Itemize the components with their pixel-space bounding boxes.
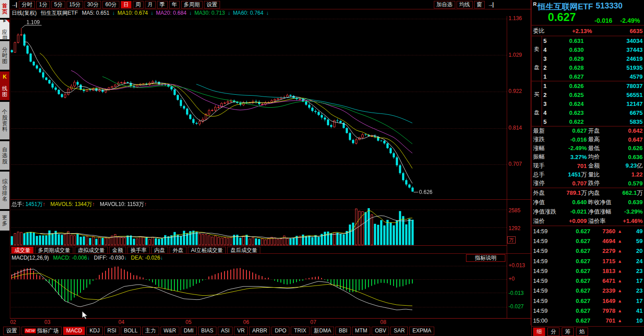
period-tab-多周期[interactable]: 多周期 bbox=[181, 1, 203, 8]
sidebar-item-个股资料[interactable]: 个股资料 bbox=[0, 102, 9, 139]
indicator-help-button[interactable]: 指标说明 bbox=[466, 254, 505, 262]
indicator-tab-EXPMA[interactable]: EXPMA bbox=[409, 327, 434, 335]
bid-row: 20.62556551 bbox=[542, 90, 644, 99]
last-price: 0.627 bbox=[548, 11, 576, 24]
price-axis-label: 0.707 bbox=[508, 161, 522, 167]
trade-up-arrow-icon: ▲ bbox=[615, 229, 622, 234]
period-tab-周[interactable]: 周 bbox=[133, 1, 144, 8]
indicator-tab-MACD[interactable]: MACD bbox=[63, 327, 85, 335]
period-tab-15分[interactable]: 15分 bbox=[67, 1, 83, 8]
price-axis-label: 0.814 bbox=[508, 125, 522, 131]
indicator-tab-新DMA[interactable]: 新DMA bbox=[311, 327, 335, 335]
price-change: -0.016 bbox=[587, 17, 612, 24]
stat-row: 涨幅-2.49%最低0.626 bbox=[532, 144, 644, 153]
volume-tab-盘后成交量[interactable]: 盘后成交量 bbox=[227, 247, 260, 254]
quote-mini-tab-细[interactable]: 细 bbox=[533, 328, 545, 336]
volume-total-label: 总手: bbox=[12, 201, 24, 207]
indicator-tab-BBI[interactable]: BBI bbox=[335, 327, 350, 335]
indicator-tab-DMI[interactable]: DMI bbox=[181, 327, 197, 335]
month-axis-label: 04 bbox=[119, 319, 124, 325]
collapse-right-icon[interactable]: →| bbox=[488, 1, 493, 8]
trade-row: 14:590.6277978▲41 bbox=[532, 306, 644, 315]
indicator-tab-主力[interactable]: 主力 bbox=[142, 327, 159, 335]
period-tab-分时[interactable]: 分时 bbox=[19, 1, 35, 8]
ask-side-label: 卖盘 bbox=[532, 36, 542, 81]
sidebar-item-综合排名[interactable]: 综合排名 bbox=[0, 172, 9, 209]
bid-row: 50.6225835 bbox=[542, 117, 644, 126]
volume-tab-换手率[interactable]: 换手率 bbox=[127, 247, 150, 254]
sidebar-item-更多[interactable]: 更多 bbox=[0, 211, 9, 231]
volume-tab-多周期成交量[interactable]: 多周期成交量 bbox=[35, 247, 73, 254]
mavol5-label: MAVOL5: 1344万 bbox=[51, 201, 92, 207]
down-arrow-icon: ↓ bbox=[266, 10, 269, 16]
period-tab-日[interactable]: 日 bbox=[121, 1, 131, 8]
dea-value: DEA: -0.026 bbox=[131, 255, 160, 261]
indicator-tab-VR[interactable]: VR bbox=[234, 327, 248, 335]
indicator-tab-设置[interactable]: 设置 bbox=[3, 327, 20, 335]
period-tab-60分[interactable]: 60分 bbox=[102, 1, 119, 8]
toolbar-button-窗[interactable]: 窗 bbox=[474, 1, 485, 8]
volume-axis-label: 2585 bbox=[508, 207, 521, 214]
indicator-tab-BIAS[interactable]: BIAS bbox=[198, 327, 216, 335]
trade-row: 14:590.6272279▲20 bbox=[532, 246, 644, 256]
volume-tab-AI立桩成交量[interactable]: AI立桩成交量 bbox=[188, 247, 226, 254]
ask-row: 40.63037443 bbox=[542, 45, 644, 54]
down-arrow-icon: ↓ bbox=[160, 255, 163, 261]
indicator-tab-RSI[interactable]: RSI bbox=[104, 327, 119, 335]
stat-row: 涨跌-0.016最高0.647 bbox=[532, 135, 644, 144]
indicator-tab-BOLL[interactable]: BOLL bbox=[121, 327, 141, 335]
divider bbox=[530, 0, 531, 325]
candlestick-chart[interactable] bbox=[10, 16, 507, 199]
indicator-tab-DPO[interactable]: DPO bbox=[271, 327, 289, 335]
period-tab-年[interactable]: 年 bbox=[169, 1, 180, 8]
indicator-tab-KDJ[interactable]: KDJ bbox=[86, 327, 103, 335]
sidebar-item-分时图[interactable]: 分时图 bbox=[0, 41, 9, 70]
trade-up-arrow-icon: ▲ bbox=[615, 248, 622, 253]
toolbar-button-均线[interactable]: 均线 bbox=[457, 1, 473, 8]
period-tab-1分[interactable]: 1分 bbox=[36, 1, 50, 8]
indicator-tab-TRIX[interactable]: TRIX bbox=[291, 327, 309, 335]
toolbar-button-加自选[interactable]: 加自选 bbox=[434, 1, 455, 8]
volume-tab-外盘[interactable]: 外盘 bbox=[169, 247, 186, 254]
macd-axis-label: +0.013 bbox=[508, 262, 525, 269]
indicator-tab-W&R[interactable]: W&R bbox=[161, 327, 179, 335]
trade-up-arrow-icon: ▲ bbox=[615, 259, 622, 264]
indicator-tab-ASI[interactable]: ASI bbox=[218, 327, 233, 335]
sidebar-item-K线图[interactable]: K线图 bbox=[0, 71, 9, 100]
volume-tab-虚拟成交量[interactable]: 虚拟成交量 bbox=[75, 247, 108, 254]
period-tab-季[interactable]: 季 bbox=[157, 1, 168, 8]
volume-unit-box: 万 bbox=[507, 236, 516, 244]
volume-tab-成交量[interactable]: 成交量 bbox=[11, 247, 34, 254]
sidebar-item-自选股[interactable]: 自选股 bbox=[0, 141, 9, 170]
collapse-left-icon[interactable]: →| bbox=[11, 1, 16, 8]
month-axis-label: 02 bbox=[10, 319, 16, 325]
period-tab-30分[interactable]: 30分 bbox=[85, 1, 101, 8]
indicator-tab-SAR[interactable]: SAR bbox=[390, 327, 408, 335]
indicator-tab-指标广场[interactable]: NEW指标广场 bbox=[21, 327, 62, 335]
chart-period-label: 日线(复权) bbox=[12, 10, 37, 16]
indicator-tab-OBV[interactable]: OBV bbox=[372, 327, 389, 335]
volume-tab-金额[interactable]: 金额 bbox=[109, 247, 126, 254]
weicha-value: 6635 bbox=[611, 28, 643, 34]
divider bbox=[532, 326, 644, 327]
sidebar-item-首页[interactable]: 首页 bbox=[0, 0, 9, 18]
stock-trading-terminal: →| 分时1分5分15分30分60分日周月季年多周期设置 加自选均线窗 →| 首… bbox=[0, 0, 644, 336]
indicator-tab-MTM[interactable]: MTM bbox=[352, 327, 370, 335]
sidebar-item-应用[interactable]: ▶应用 bbox=[0, 20, 9, 39]
period-tab-设置[interactable]: 设置 bbox=[204, 1, 220, 8]
quote-mini-tabs: 细分筹焰 bbox=[533, 328, 590, 336]
trade-up-arrow-icon: ▲ bbox=[615, 318, 622, 323]
period-tab-月[interactable]: 月 bbox=[145, 1, 156, 8]
stat-row: 振幅3.27%均价0.636 bbox=[532, 153, 644, 162]
macd-chart[interactable] bbox=[10, 262, 507, 318]
divider bbox=[10, 199, 531, 200]
volume-tab-内盘[interactable]: 内盘 bbox=[151, 247, 168, 254]
macd-axis-label: -0.027 bbox=[508, 303, 524, 310]
quote-mini-tab-筹[interactable]: 筹 bbox=[562, 328, 574, 336]
quote-mini-tab-焰[interactable]: 焰 bbox=[576, 328, 588, 336]
trade-row: 15:000.627701▲10 bbox=[532, 316, 644, 326]
indicator-tab-ARBR[interactable]: ARBR bbox=[249, 327, 270, 335]
top-toolbar: →| 分时1分5分15分30分60分日周月季年多周期设置 加自选均线窗 →| bbox=[10, 0, 531, 9]
quote-mini-tab-分[interactable]: 分 bbox=[547, 328, 559, 336]
period-tab-5分[interactable]: 5分 bbox=[51, 1, 65, 8]
